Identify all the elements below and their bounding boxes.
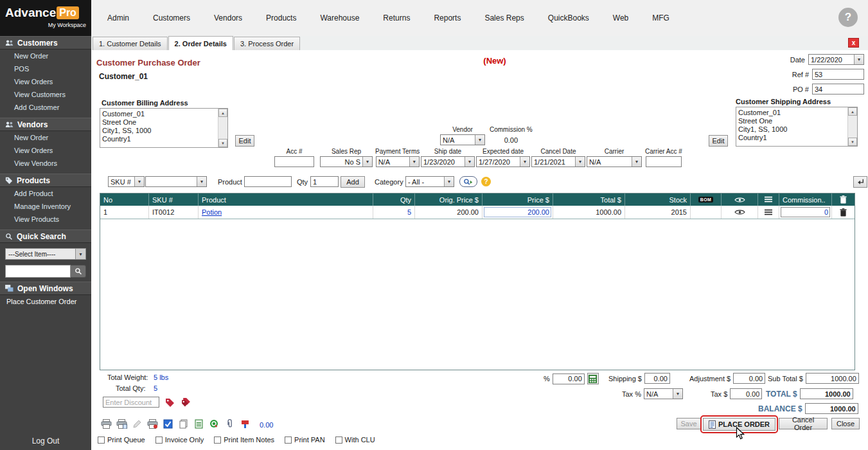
expected-date-select[interactable]: 1/27/2020 [476,156,530,167]
cancel-date-select[interactable]: 1/21/2021 [531,156,585,167]
logout-button[interactable]: Log Out [0,437,91,446]
edit-shipping-button[interactable]: Edit [709,135,728,147]
add-item-button[interactable]: Add [341,176,365,188]
checkbox-icon[interactable] [214,437,221,444]
quick-search-item-select[interactable]: ---Select Item---- [5,248,86,260]
scroll-up-icon[interactable] [218,109,227,117]
nav-customers[interactable]: Customers [153,14,190,22]
quick-search-input[interactable] [5,265,71,278]
calculator-icon[interactable] [587,373,599,384]
tab-order-details[interactable]: 2. Order Details [168,36,233,50]
sidebar-item-view-vendors[interactable]: View Vendors [0,157,91,170]
payment-terms-select[interactable]: N/A [376,156,420,167]
scroll-down-icon[interactable] [848,138,857,146]
checkbox-icon[interactable] [335,437,342,444]
acc-input[interactable] [274,156,314,167]
sidebar-item-add-product[interactable]: Add Product [0,187,91,200]
scroll-up-icon[interactable] [848,107,857,116]
sidebar-section-customers[interactable]: Customers [0,36,91,50]
print-icon[interactable] [100,418,112,429]
nav-sales-reps[interactable]: Sales Reps [484,14,524,22]
checkbox-icon[interactable] [155,437,163,444]
ref-input[interactable] [812,69,864,80]
carrier-select[interactable]: N/A [587,156,642,167]
print-item-notes-option[interactable]: Print Item Notes [214,436,274,444]
cell-qty[interactable]: 5 [373,206,415,219]
open-window-place-customer-order[interactable]: Place Customer Order [0,295,91,308]
balance-input[interactable] [805,403,858,414]
total-input[interactable] [800,388,853,399]
discount-input[interactable] [103,397,159,408]
print-pan-option[interactable]: Print PAN [285,436,324,444]
sidebar-item-vendors-new-order[interactable]: New Order [0,131,91,144]
sidebar-item-view-products[interactable]: View Products [0,213,91,226]
shipping-scrollbar[interactable] [847,107,857,146]
eye-icon[interactable] [734,209,745,215]
nav-warehouse[interactable]: Warehouse [320,14,359,22]
sku-mode-select[interactable]: SKU # [108,176,145,187]
nav-reports[interactable]: Reports [434,14,461,22]
sidebar-item-customers-new-order[interactable]: New Order [0,50,91,62]
tax-input[interactable] [730,388,762,399]
save-button[interactable]: Save [677,418,701,429]
copy-icon[interactable] [177,418,190,429]
carrier-acc-input[interactable] [646,156,682,167]
list-icon[interactable] [765,209,772,216]
trash-icon[interactable] [840,208,847,217]
format-brush-icon[interactable] [238,418,251,429]
shipping-input[interactable] [644,373,670,384]
help-button[interactable]: ? [838,8,858,27]
price-input[interactable]: 200.00 [484,207,551,217]
nav-web[interactable]: Web [613,14,628,22]
tab-process-order[interactable]: 3. Process Order [234,37,300,50]
close-button[interactable]: Close [831,418,860,429]
invoice-only-option[interactable]: Invoice Only [155,436,204,444]
sidebar-item-manage-inventory[interactable]: Manage Inventory [0,200,91,213]
nav-admin[interactable]: Admin [107,14,129,22]
edit-disabled-icon[interactable] [130,418,143,429]
quickbooks-icon[interactable] [208,418,220,429]
sidebar-section-quick-search[interactable]: Quick Search [0,230,91,243]
nav-mfg[interactable]: MFG [652,14,669,22]
sidebar-section-products[interactable]: Products [0,174,91,187]
po-input[interactable] [812,84,864,94]
nav-vendors[interactable]: Vendors [214,14,242,22]
print-queue-option[interactable]: Print Queue [98,436,145,444]
close-tab-button[interactable]: x [848,38,859,48]
sidebar-item-view-customers[interactable]: View Customers [0,88,91,101]
ship-date-select[interactable]: 1/23/2020 [421,156,475,167]
select-all-icon[interactable] [161,418,174,429]
cancel-order-button[interactable]: Cancel Order [779,418,828,429]
checkbox-icon[interactable] [98,437,105,444]
nav-products[interactable]: Products [266,14,296,22]
qty-input[interactable] [310,176,339,187]
attachment-icon[interactable] [223,418,236,429]
print-preview-icon[interactable] [115,418,128,429]
order-date-select[interactable]: 1/22/2020 [808,54,864,65]
print-label-icon[interactable] [146,418,159,429]
sku-value-select[interactable] [145,176,207,187]
sidebar-item-pos[interactable]: POS [0,62,91,75]
tab-customer-details[interactable]: 1. Customer Details [93,37,168,50]
sidebar-item-view-orders[interactable]: View Orders [0,75,91,88]
quick-search-button[interactable] [71,265,86,278]
adjustment-input[interactable] [733,373,765,384]
nav-quickbooks[interactable]: QuickBooks [548,14,589,22]
product-input[interactable] [244,176,292,187]
sales-rep-select[interactable]: No S [320,156,373,167]
billing-scrollbar[interactable] [218,109,227,147]
scroll-down-icon[interactable] [218,139,227,147]
advanced-search-button[interactable] [459,176,477,187]
discount-tags-icon[interactable] [179,397,192,408]
subtotal-input[interactable] [806,373,859,384]
report-icon[interactable] [192,418,205,429]
discount-tag-icon[interactable] [163,397,176,408]
enter-row-button[interactable] [853,176,867,188]
with-clu-option[interactable]: With CLU [335,436,375,444]
sidebar-item-vendors-view-orders[interactable]: View Orders [0,144,91,157]
commission-input[interactable]: 0 [781,207,830,217]
sidebar-section-vendors[interactable]: Vendors [0,118,91,131]
percent-input[interactable] [553,374,585,384]
product-link[interactable]: Potion [202,208,222,216]
sidebar-item-add-customer[interactable]: Add Customer [0,101,91,114]
